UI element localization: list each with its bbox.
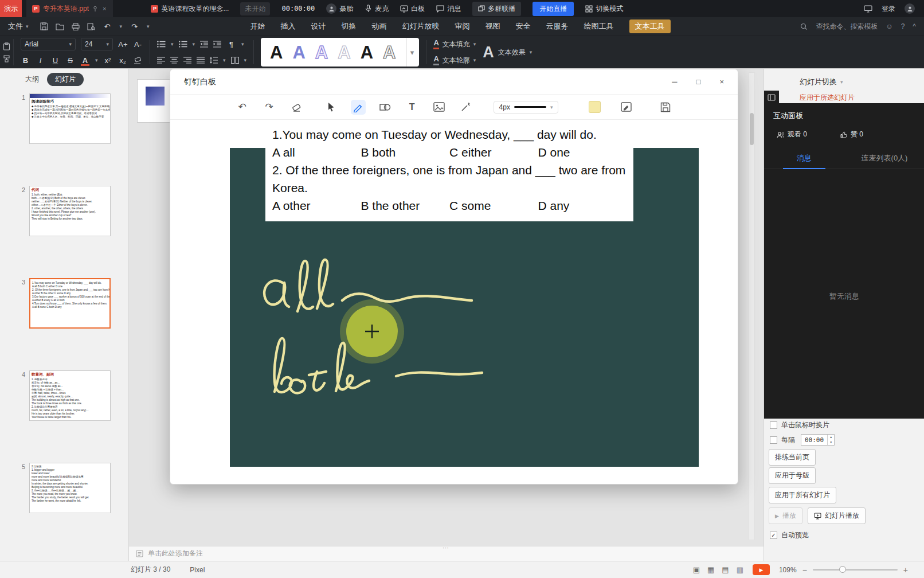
paragraph-mark-icon[interactable]: ¶: [226, 40, 236, 49]
font-color-button[interactable]: A: [80, 56, 90, 65]
tab-animation[interactable]: 动画: [372, 21, 387, 32]
chevron-down-icon[interactable]: ▾: [241, 41, 244, 47]
tab-review[interactable]: 审阅: [455, 21, 470, 32]
redo-icon[interactable]: ↷: [130, 22, 139, 31]
clipboard-icon[interactable]: [3, 42, 10, 50]
tab-security[interactable]: 安全: [516, 21, 531, 32]
live-doc-tab[interactable]: P 英语课程改革的理念...: [151, 4, 229, 14]
zoom-slider[interactable]: [813, 569, 898, 571]
redo-button[interactable]: ↷: [262, 100, 277, 115]
smiley-icon[interactable]: ☺: [886, 22, 892, 30]
spin-up-icon[interactable]: ▲: [828, 435, 834, 440]
text-style-preset[interactable]: A: [315, 44, 328, 61]
save-button[interactable]: [658, 100, 673, 115]
search-icon[interactable]: [800, 23, 808, 30]
undo-button[interactable]: ↶: [235, 100, 250, 115]
transition-header[interactable]: 幻灯片切换 ▾: [764, 68, 924, 87]
tab-mic-list[interactable]: 连麦列表(0人): [844, 148, 924, 169]
multicast-button[interactable]: 多群联播: [472, 2, 521, 16]
subscript-button[interactable]: x₂: [118, 56, 128, 65]
chevron-down-icon[interactable]: ▾: [223, 57, 226, 63]
switch-mode-button[interactable]: 切换模式: [585, 4, 623, 14]
strikethrough-button[interactable]: S: [65, 56, 75, 65]
tab-slides-view[interactable]: 幻灯片: [47, 73, 84, 86]
zoom-in-icon[interactable]: +: [903, 565, 908, 575]
login-button[interactable]: 登录: [882, 4, 895, 14]
monitor-icon[interactable]: [864, 5, 872, 13]
apply-to-master-button[interactable]: 应用于母版: [769, 467, 816, 484]
shape-tool[interactable]: [378, 100, 393, 115]
grow-font-button[interactable]: A+: [118, 40, 128, 49]
align-right-icon[interactable]: [183, 57, 191, 64]
advance-after-time-checkbox[interactable]: [770, 436, 777, 444]
align-left-icon[interactable]: [157, 57, 165, 64]
image-tool[interactable]: [432, 100, 447, 115]
close-button[interactable]: ×: [719, 77, 724, 86]
notes-bar[interactable]: ⋯ 单击此处添加备注: [129, 546, 764, 561]
pen-tool[interactable]: [351, 100, 366, 115]
print-preview-icon[interactable]: [87, 23, 95, 30]
tab-slideshow[interactable]: 幻灯片放映: [402, 21, 440, 32]
chevron-down-icon[interactable]: ▾: [147, 24, 150, 29]
chevron-down-icon[interactable]: ▾: [193, 41, 195, 47]
pin-icon[interactable]: [92, 6, 98, 11]
bullet-list-icon[interactable]: [157, 41, 166, 48]
help-icon[interactable]: ?: [901, 22, 905, 30]
undo-icon[interactable]: ↶: [103, 22, 112, 31]
slideshow-view-icon[interactable]: ▥: [737, 565, 743, 574]
increase-indent-icon[interactable]: [213, 41, 221, 48]
slide-thumbnail[interactable]: 阅读训练技巧 ◆ 先带着问题读文章,第一遍粗读,理清文章大意(一般情况下,文章的…: [29, 93, 111, 144]
play-button[interactable]: ▶ 播放: [769, 507, 802, 524]
spin-down-icon[interactable]: ▼: [828, 440, 834, 445]
tab-view[interactable]: 视图: [486, 21, 500, 32]
italic-button[interactable]: I: [36, 56, 45, 65]
slide-thumbnail-selected[interactable]: 1.You may come on Tuesday or Wednesday, …: [29, 278, 111, 329]
document-tab[interactable]: P 专升本英语.ppt ×: [26, 0, 113, 17]
superscript-button[interactable]: x²: [103, 56, 113, 65]
tab-home[interactable]: 开始: [250, 21, 265, 32]
text-style-preset[interactable]: A: [292, 44, 305, 61]
vertical-scrollbar[interactable]: [749, 72, 755, 540]
line-spacing-icon[interactable]: [210, 57, 218, 64]
open-folder-icon[interactable]: [56, 23, 64, 30]
format-painter-icon[interactable]: [3, 55, 10, 63]
background-color-tool[interactable]: [618, 100, 633, 115]
tab-transition[interactable]: 切换: [342, 21, 357, 32]
select-tool[interactable]: [324, 100, 339, 115]
slide-sorter-view-icon[interactable]: ▦: [707, 565, 714, 574]
justify-icon[interactable]: [197, 57, 205, 64]
chevron-down-icon[interactable]: ▾: [244, 57, 247, 63]
interaction-panel-toggle[interactable]: [764, 91, 779, 104]
decrease-indent-icon[interactable]: [200, 41, 208, 48]
font-size-select[interactable]: 24 ▾: [81, 38, 113, 50]
tab-text-tools[interactable]: 文本工具: [629, 19, 671, 33]
laser-pointer-tool[interactable]: [459, 100, 473, 115]
whiteboard-titlebar[interactable]: 钉钉白板 ─ □ ×: [170, 69, 738, 95]
mic-button[interactable]: 麦克: [365, 4, 389, 14]
text-style-preset[interactable]: A: [270, 44, 283, 61]
tab-close-icon[interactable]: ×: [101, 5, 107, 12]
tab-messages[interactable]: 消息: [764, 148, 844, 169]
user-button[interactable]: 聂胎: [326, 3, 353, 14]
text-style-preset[interactable]: A: [338, 44, 350, 61]
chevron-down-icon[interactable]: ▾: [171, 41, 174, 47]
interval-spinner[interactable]: 00:00 ▲ ▼: [801, 434, 835, 446]
underline-button[interactable]: U: [50, 56, 60, 65]
tab-design[interactable]: 设计: [311, 21, 326, 32]
maximize-button[interactable]: □: [696, 77, 701, 86]
zoom-level[interactable]: 109%: [779, 566, 797, 574]
zoom-out-icon[interactable]: −: [802, 565, 807, 575]
apply-to-selected-link[interactable]: 应用于所选幻灯片: [764, 87, 924, 103]
slideshow-play-button[interactable]: 幻灯片播放: [808, 507, 866, 524]
gallery-more-icon[interactable]: ▾: [406, 38, 417, 67]
stroke-width-select[interactable]: 4px ▾: [494, 101, 559, 114]
slide-thumbnail[interactable]: 数量词、副词 1. 倍数表达法: 肯定句: of 倍数 as…as… 否定句: …: [29, 370, 111, 421]
file-menu[interactable]: 文件 ▾: [0, 21, 37, 32]
message-button[interactable]: 消息: [436, 4, 461, 14]
chevron-down-icon[interactable]: ▾: [120, 24, 123, 29]
bold-button[interactable]: B: [21, 56, 30, 65]
columns-icon[interactable]: [231, 57, 239, 64]
auto-preview-checkbox[interactable]: ✓: [770, 532, 777, 539]
font-family-select[interactable]: Arial ▾: [21, 38, 76, 50]
text-style-preset[interactable]: A: [361, 44, 373, 61]
